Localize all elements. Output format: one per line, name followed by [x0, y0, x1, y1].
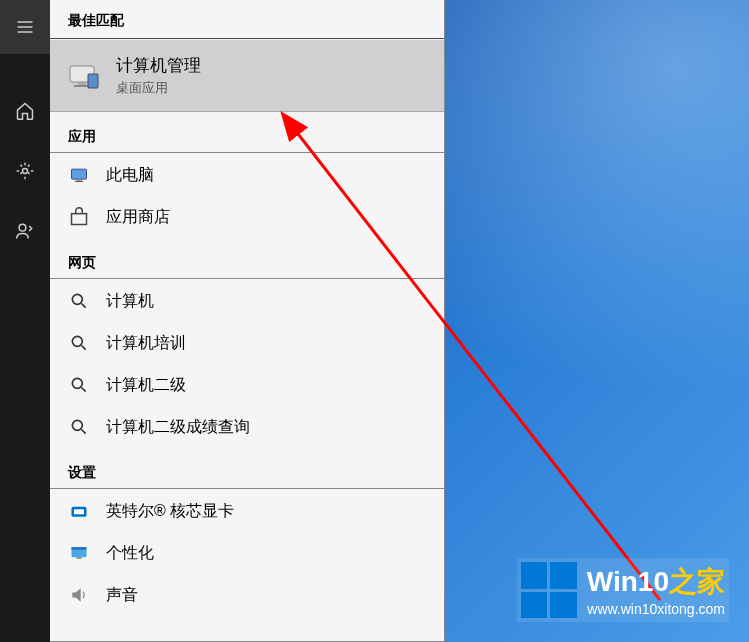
app-result-label: 此电脑	[106, 165, 154, 186]
svg-rect-3	[78, 82, 86, 85]
svg-rect-8	[75, 181, 83, 182]
hamburger-icon[interactable]	[0, 0, 50, 54]
svg-rect-5	[88, 74, 98, 88]
web-result[interactable]: 计算机二级	[50, 364, 444, 406]
settings-result-label: 个性化	[106, 543, 154, 564]
settings-result-label: 英特尔® 核芯显卡	[106, 501, 234, 522]
svg-rect-18	[77, 557, 82, 559]
search-icon	[68, 416, 90, 438]
settings-result-intel[interactable]: 英特尔® 核芯显卡	[50, 490, 444, 532]
web-result-label: 计算机	[106, 291, 154, 312]
web-result-label: 计算机培训	[106, 333, 186, 354]
search-results-panel: 最佳匹配 计算机管理 桌面应用 应用 此电脑 应用商店 网页 计算机 计算机培训	[50, 0, 445, 642]
svg-rect-9	[72, 214, 87, 225]
web-result[interactable]: 计算机	[50, 280, 444, 322]
web-result-label: 计算机二级	[106, 375, 186, 396]
best-match-title: 计算机管理	[116, 54, 201, 77]
svg-point-1	[19, 224, 26, 231]
computer-management-icon	[68, 60, 100, 92]
svg-rect-6	[72, 169, 87, 179]
settings-result-sound[interactable]: 声音	[50, 574, 444, 616]
intel-icon	[68, 500, 90, 522]
feedback-icon[interactable]	[0, 204, 50, 258]
search-icon	[68, 290, 90, 312]
watermark-url: www.win10xitong.com	[587, 601, 725, 617]
best-match-section-header: 最佳匹配	[50, 0, 444, 39]
gear-icon[interactable]	[0, 144, 50, 198]
apps-section-header: 应用	[50, 112, 444, 153]
search-icon	[68, 374, 90, 396]
app-result-label: 应用商店	[106, 207, 170, 228]
svg-rect-17	[72, 547, 87, 550]
settings-result-label: 声音	[106, 585, 138, 606]
svg-rect-7	[77, 179, 82, 181]
web-result[interactable]: 计算机培训	[50, 322, 444, 364]
watermark: Win10之家 www.win10xitong.com	[517, 558, 729, 622]
app-result-this-pc[interactable]: 此电脑	[50, 154, 444, 196]
svg-point-0	[23, 169, 28, 174]
svg-point-12	[72, 378, 82, 388]
watermark-title: Win10之家	[587, 563, 725, 601]
sound-icon	[68, 584, 90, 606]
web-result-label: 计算机二级成绩查询	[106, 417, 250, 438]
computer-icon	[68, 164, 90, 186]
best-match-result[interactable]: 计算机管理 桌面应用	[50, 40, 444, 112]
home-icon[interactable]	[0, 84, 50, 138]
svg-point-13	[72, 420, 82, 430]
personalize-icon	[68, 542, 90, 564]
svg-rect-15	[74, 509, 84, 514]
search-sidebar	[0, 0, 50, 642]
best-match-subtitle: 桌面应用	[116, 79, 201, 97]
store-icon	[68, 206, 90, 228]
app-result-store[interactable]: 应用商店	[50, 196, 444, 238]
settings-section-header: 设置	[50, 448, 444, 489]
search-icon	[68, 332, 90, 354]
web-result[interactable]: 计算机二级成绩查询	[50, 406, 444, 448]
windows-logo-icon	[521, 562, 577, 618]
settings-result-personalize[interactable]: 个性化	[50, 532, 444, 574]
svg-point-10	[72, 294, 82, 304]
web-section-header: 网页	[50, 238, 444, 279]
svg-point-11	[72, 336, 82, 346]
